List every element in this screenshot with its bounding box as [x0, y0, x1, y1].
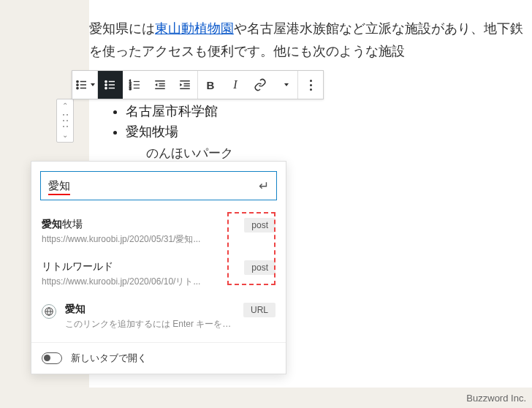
- bold-button[interactable]: B: [198, 71, 223, 99]
- list-item[interactable]: 名古屋市科学館: [126, 101, 233, 121]
- link-button[interactable]: [248, 71, 273, 99]
- list-block[interactable]: 名古屋市科学館 愛知牧場 のんほいパーク: [105, 101, 233, 163]
- svg-point-4: [76, 87, 77, 88]
- open-new-tab-toggle[interactable]: [42, 352, 62, 364]
- chevron-down-icon: [284, 83, 289, 86]
- link-popover-footer: 新しいタブで開く: [31, 342, 286, 374]
- result-title-highlight: 愛知: [42, 218, 62, 230]
- result-title: 牧場: [62, 218, 83, 230]
- ordered-list-button[interactable]: 123: [123, 71, 148, 99]
- italic-button[interactable]: I: [223, 71, 248, 99]
- svg-point-10: [105, 87, 107, 88]
- chevron-down-icon: [91, 83, 95, 86]
- more-vertical-icon: [310, 80, 312, 91]
- footer-credit: Buzzword Inc.: [466, 393, 526, 404]
- open-new-tab-label: 新しいタブで開く: [71, 352, 147, 365]
- link-results: 愛知牧場 https://www.kuroobi.jp/2020/05/31/愛…: [31, 208, 286, 342]
- result-url: https://www.kuroobi.jp/2020/06/10/リト...: [42, 276, 235, 288]
- more-rich-text-button[interactable]: [273, 71, 297, 99]
- svg-point-2: [76, 84, 77, 86]
- block-toolbar: 123 B I: [72, 70, 324, 99]
- svg-point-6: [105, 80, 107, 82]
- globe-icon: [42, 304, 56, 319]
- list-item-obscured: のんほいパーク: [146, 143, 233, 163]
- result-type-badge: URL: [243, 303, 276, 317]
- link-search-value: 愛知: [48, 179, 70, 193]
- direct-hint: このリンクを追加するには Enter キーを押...: [65, 318, 235, 330]
- link-result[interactable]: 愛知牧場 https://www.kuroobi.jp/2020/05/31/愛…: [31, 211, 286, 253]
- list-item[interactable]: 愛知牧場: [126, 121, 233, 142]
- list-type-dropdown[interactable]: [72, 71, 97, 99]
- result-url: https://www.kuroobi.jp/2020/05/31/愛知...: [42, 233, 235, 246]
- svg-point-8: [105, 84, 107, 86]
- paragraph-text-before: 愛知県には: [89, 21, 155, 36]
- outdent-button[interactable]: [148, 71, 172, 99]
- link-result[interactable]: リトルワールド https://www.kuroobi.jp/2020/06/1…: [31, 253, 286, 295]
- result-type-badge: post: [244, 218, 276, 233]
- submit-icon[interactable]: ↵: [259, 178, 269, 194]
- block-drag-handle[interactable]: ⌃ ⌄: [56, 99, 74, 143]
- svg-text:3: 3: [129, 86, 132, 91]
- link-popover: 愛知 ↵ 愛知牧場 https://www.kuroobi.jp/2020/05…: [31, 161, 286, 374]
- paragraph-block[interactable]: 愛知県には東山動植物園や名古屋港水族館など立派な施設があり、地下鉄を使ったアクセ…: [89, 0, 532, 62]
- inline-link[interactable]: 東山動植物園: [155, 21, 234, 36]
- unordered-list-button[interactable]: [98, 71, 123, 99]
- result-title: リトルワールド: [42, 260, 113, 272]
- chevron-up-icon: ⌃: [62, 102, 68, 110]
- indent-button[interactable]: [172, 71, 197, 99]
- more-options-button[interactable]: [298, 71, 323, 99]
- link-direct-url[interactable]: 愛知 このリンクを追加するには Enter キーを押... URL: [31, 295, 286, 338]
- result-type-badge: post: [244, 260, 276, 275]
- chevron-down-icon: ⌄: [62, 132, 68, 139]
- link-search-field[interactable]: 愛知 ↵: [40, 171, 277, 200]
- direct-title: 愛知: [65, 303, 235, 316]
- svg-point-0: [76, 80, 77, 82]
